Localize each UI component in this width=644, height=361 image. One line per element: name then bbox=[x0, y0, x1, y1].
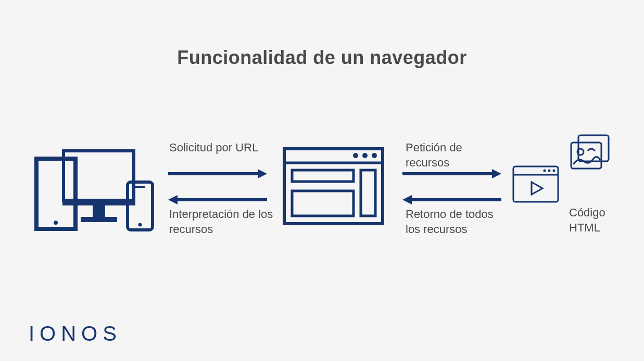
svg-marker-33 bbox=[402, 195, 412, 204]
svg-marker-31 bbox=[492, 169, 501, 178]
video-window-icon bbox=[512, 165, 559, 203]
svg-point-19 bbox=[544, 170, 546, 172]
label-request-left: Solicitud por URL bbox=[169, 140, 273, 156]
diagram-title: Funcionalidad de un navegador bbox=[0, 47, 644, 69]
svg-point-13 bbox=[372, 153, 377, 158]
label-request-right: Petición de recursos bbox=[406, 140, 499, 170]
svg-rect-2 bbox=[93, 205, 105, 217]
svg-point-20 bbox=[548, 170, 551, 172]
label-codigo-html: Código HTML bbox=[569, 205, 637, 235]
arrow-request-left bbox=[168, 167, 267, 180]
svg-point-5 bbox=[54, 221, 58, 225]
svg-rect-8 bbox=[135, 186, 145, 188]
svg-rect-24 bbox=[571, 143, 601, 169]
browser-window-icon bbox=[283, 147, 384, 225]
svg-rect-4 bbox=[36, 159, 75, 229]
svg-point-12 bbox=[362, 153, 368, 158]
svg-rect-23 bbox=[578, 135, 609, 161]
svg-marker-29 bbox=[168, 195, 178, 204]
devices-icon bbox=[31, 146, 156, 234]
svg-marker-27 bbox=[258, 169, 267, 178]
svg-marker-22 bbox=[532, 182, 542, 195]
svg-point-7 bbox=[138, 223, 142, 227]
ionos-logo: IONOS bbox=[29, 322, 122, 345]
svg-rect-6 bbox=[128, 182, 153, 230]
svg-rect-16 bbox=[361, 170, 375, 216]
image-stack-icon bbox=[569, 134, 611, 172]
svg-rect-15 bbox=[292, 191, 353, 216]
arrow-response-left bbox=[168, 194, 267, 206]
label-response-right: Retorno de todos los recursos bbox=[406, 207, 499, 237]
arrow-response-right bbox=[402, 194, 501, 206]
svg-rect-9 bbox=[284, 149, 383, 224]
svg-rect-3 bbox=[81, 217, 117, 222]
svg-point-21 bbox=[553, 170, 555, 172]
svg-rect-14 bbox=[292, 170, 353, 182]
label-response-left: Interpretación de los recursos bbox=[169, 207, 273, 237]
svg-point-11 bbox=[353, 153, 358, 158]
